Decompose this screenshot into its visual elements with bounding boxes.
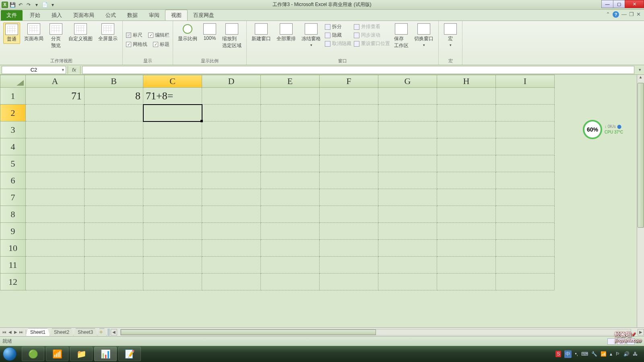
fullscreen-button[interactable]: 全屏显示	[97, 23, 119, 43]
cell-B3[interactable]	[85, 121, 143, 138]
tab-view[interactable]: 视图	[165, 10, 188, 21]
taskbar-explorer[interactable]: 📁	[70, 347, 93, 361]
cell-F12[interactable]	[320, 274, 378, 290]
cell-I11[interactable]	[496, 257, 555, 274]
tab-formulas[interactable]: 公式	[100, 10, 122, 21]
custom-view-button[interactable]: 自定义视图	[67, 23, 94, 43]
headings-checkbox[interactable]: ✓	[153, 42, 158, 47]
cell-B7[interactable]	[85, 189, 143, 206]
column-header-D[interactable]: D	[202, 75, 261, 88]
cell-D3[interactable]	[202, 121, 261, 138]
cell-E6[interactable]	[261, 172, 320, 189]
cell-D2[interactable]	[202, 105, 261, 121]
tray-network-icon[interactable]: 🖧	[633, 351, 638, 357]
cell-G3[interactable]	[378, 121, 437, 138]
cell-I12[interactable]	[496, 274, 555, 290]
cell-I7[interactable]	[496, 189, 555, 206]
cell-B12[interactable]	[85, 274, 143, 290]
row-header-4[interactable]: 4	[0, 138, 26, 155]
cell-C5[interactable]	[143, 155, 202, 172]
cell-F11[interactable]	[320, 257, 378, 274]
cell-I9[interactable]	[496, 223, 555, 240]
tray-volume-icon[interactable]: 🔊	[623, 351, 630, 357]
row-header-11[interactable]: 11	[0, 257, 26, 274]
tab-insert[interactable]: 插入	[46, 10, 68, 21]
new-sheet-button[interactable]: ✧	[97, 328, 107, 336]
row-header-1[interactable]: 1	[0, 88, 26, 105]
column-header-G[interactable]: G	[378, 75, 437, 88]
cell-C10[interactable]	[143, 240, 202, 257]
qat-more-icon[interactable]: ▾	[33, 1, 40, 8]
cell-A10[interactable]	[26, 240, 85, 257]
cell-C1[interactable]: 71+8=	[143, 88, 202, 105]
page-layout-button[interactable]: 页面布局	[23, 23, 45, 43]
cell-B1[interactable]: 8	[85, 88, 143, 105]
cell-H5[interactable]	[437, 155, 496, 172]
tray-overflow-icon[interactable]: ▴	[610, 351, 612, 357]
cell-D1[interactable]	[202, 88, 261, 105]
hscroll-left-icon[interactable]: ◀	[111, 329, 117, 335]
cell-F1[interactable]	[320, 88, 378, 105]
cell-F5[interactable]	[320, 155, 378, 172]
cell-D10[interactable]	[202, 240, 261, 257]
start-button[interactable]	[2, 346, 18, 362]
cell-G12[interactable]	[378, 274, 437, 290]
normal-view-button[interactable]: 普通	[3, 23, 20, 44]
row-header-3[interactable]: 3	[0, 121, 26, 138]
cell-B9[interactable]	[85, 223, 143, 240]
freeze-panes-button[interactable]: 冻结窗格▾	[300, 23, 322, 48]
cell-F7[interactable]	[320, 189, 378, 206]
tab-nav-next-icon[interactable]: ▶	[13, 330, 19, 334]
cell-G8[interactable]	[378, 206, 437, 223]
scroll-up-icon[interactable]: ▲	[637, 75, 644, 79]
tab-nav-first-icon[interactable]: ⏮	[2, 330, 7, 334]
cell-E12[interactable]	[261, 274, 320, 290]
sheet-tab-3[interactable]: Sheet3	[73, 328, 97, 336]
new-window-button[interactable]: 新建窗口	[250, 23, 272, 43]
tab-pagelayout[interactable]: 页面布局	[68, 10, 100, 21]
tray-lang-icon[interactable]: 中	[564, 350, 572, 358]
cell-A12[interactable]	[26, 274, 85, 290]
cell-C12[interactable]	[143, 274, 202, 290]
column-header-C[interactable]: C	[143, 75, 202, 88]
cell-A5[interactable]	[26, 155, 85, 172]
formulabar-checkbox[interactable]: ✓	[148, 33, 153, 38]
column-header-B[interactable]: B	[85, 75, 143, 88]
cell-I3[interactable]	[496, 121, 555, 138]
zoom-100-button[interactable]: 100%	[201, 23, 218, 42]
row-header-6[interactable]: 6	[0, 172, 26, 189]
column-header-F[interactable]: F	[320, 75, 378, 88]
select-all-corner[interactable]	[0, 75, 26, 88]
cell-I1[interactable]	[496, 88, 555, 105]
row-header-7[interactable]: 7	[0, 189, 26, 206]
cell-C3[interactable]	[143, 121, 202, 138]
cell-H12[interactable]	[437, 274, 496, 290]
column-header-I[interactable]: I	[496, 75, 555, 88]
qat-redo-icon[interactable]: ↷	[25, 1, 32, 8]
formula-input[interactable]	[82, 66, 634, 74]
tab-nav-last-icon[interactable]: ⏭	[19, 330, 24, 334]
cell-D8[interactable]	[202, 206, 261, 223]
cell-G7[interactable]	[378, 189, 437, 206]
qat-save-icon[interactable]: 💾	[9, 1, 16, 8]
cell-E10[interactable]	[261, 240, 320, 257]
help-icon[interactable]: ?	[613, 11, 619, 18]
cell-I5[interactable]	[496, 155, 555, 172]
cell-D12[interactable]	[202, 274, 261, 290]
taskbar-app-2[interactable]: 📶	[46, 347, 68, 361]
zoom-button[interactable]: 显示比例	[176, 23, 199, 43]
cell-C11[interactable]	[143, 257, 202, 274]
tab-review[interactable]: 审阅	[143, 10, 165, 21]
cell-B11[interactable]	[85, 257, 143, 274]
vscroll-thumb[interactable]	[638, 83, 644, 228]
taskbar-excel[interactable]: 📊	[94, 347, 117, 361]
horizontal-scrollbar[interactable]	[120, 329, 631, 335]
cell-E1[interactable]	[261, 88, 320, 105]
cell-A7[interactable]	[26, 189, 85, 206]
cell-B4[interactable]	[85, 138, 143, 155]
tray-ime-icon[interactable]: S	[555, 351, 561, 357]
sheet-tab-2[interactable]: Sheet2	[50, 328, 74, 336]
column-header-E[interactable]: E	[261, 75, 320, 88]
name-box[interactable]: C2▼	[2, 66, 66, 74]
close-button[interactable]: ✕	[625, 0, 644, 8]
